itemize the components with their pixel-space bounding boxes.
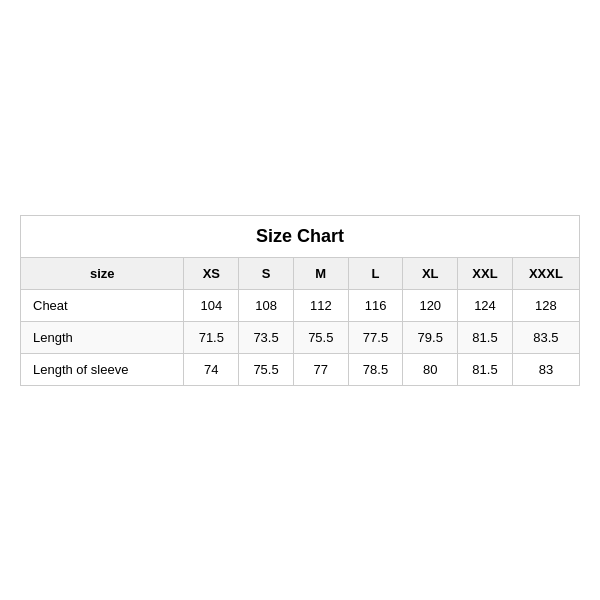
row-label: Length of sleeve (21, 353, 184, 385)
row-cell: 124 (458, 289, 513, 321)
row-label: Length (21, 321, 184, 353)
size-chart-container: Size Chart sizeXSSMLXLXXLXXXL Cheat10410… (20, 215, 580, 386)
table-row: Length71.573.575.577.579.581.583.5 (21, 321, 580, 353)
header-cell: XS (184, 257, 239, 289)
row-cell: 77.5 (348, 321, 403, 353)
row-cell: 77 (293, 353, 348, 385)
row-cell: 74 (184, 353, 239, 385)
header-cell: S (239, 257, 294, 289)
title-row: Size Chart (21, 215, 580, 257)
row-cell: 116 (348, 289, 403, 321)
row-cell: 75.5 (293, 321, 348, 353)
header-row: sizeXSSMLXLXXLXXXL (21, 257, 580, 289)
row-cell: 81.5 (458, 321, 513, 353)
row-cell: 128 (512, 289, 579, 321)
header-cell: size (21, 257, 184, 289)
row-cell: 75.5 (239, 353, 294, 385)
row-cell: 112 (293, 289, 348, 321)
row-label: Cheat (21, 289, 184, 321)
table-body: Cheat104108112116120124128Length71.573.5… (21, 289, 580, 385)
row-cell: 73.5 (239, 321, 294, 353)
row-cell: 104 (184, 289, 239, 321)
row-cell: 83.5 (512, 321, 579, 353)
header-cell: M (293, 257, 348, 289)
row-cell: 120 (403, 289, 458, 321)
table-row: Length of sleeve7475.57778.58081.583 (21, 353, 580, 385)
header-cell: XXXL (512, 257, 579, 289)
row-cell: 83 (512, 353, 579, 385)
header-cell: L (348, 257, 403, 289)
row-cell: 108 (239, 289, 294, 321)
table-row: Cheat104108112116120124128 (21, 289, 580, 321)
table-title: Size Chart (21, 215, 580, 257)
row-cell: 78.5 (348, 353, 403, 385)
row-cell: 79.5 (403, 321, 458, 353)
header-cell: XL (403, 257, 458, 289)
header-cell: XXL (458, 257, 513, 289)
row-cell: 80 (403, 353, 458, 385)
size-chart-table: Size Chart sizeXSSMLXLXXLXXXL Cheat10410… (20, 215, 580, 386)
row-cell: 71.5 (184, 321, 239, 353)
row-cell: 81.5 (458, 353, 513, 385)
